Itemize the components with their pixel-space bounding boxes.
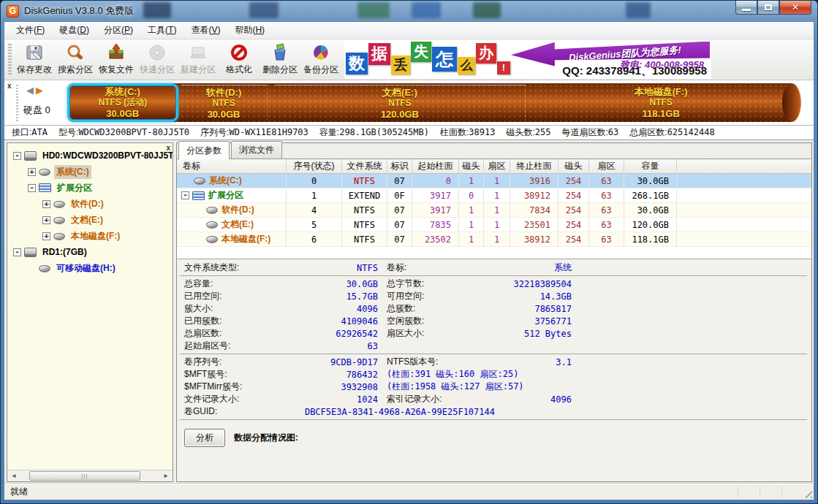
tab-partition-params[interactable]: 分区参数 xyxy=(178,141,230,159)
tree-item-label: 扩展分区 xyxy=(55,181,94,195)
detail-row: $MFT簇号:786432(柱面:391 磁头:160 扇区:25) xyxy=(177,368,572,381)
detail-label-2: 空闲簇数: xyxy=(387,315,496,327)
tree-expander-icon[interactable]: + xyxy=(28,168,36,176)
detail-value: 4109046 xyxy=(294,316,378,327)
disk-info-field: 每道扇区数:63 xyxy=(561,126,618,139)
volume-cell: 系统(C:) xyxy=(177,174,287,188)
partition-icon xyxy=(39,169,50,175)
minimize-button[interactable] xyxy=(735,1,757,15)
tree-item-hd0[interactable]: -HD0:WDCWD3200BPVT-80JJ5T0 xyxy=(7,148,173,164)
table-cell: 23502 xyxy=(412,232,459,246)
partition-block-1[interactable]: 系统(C:)NTFS (活动)30.0GB xyxy=(67,83,178,122)
disk-info-field: 型号:WDCWD3200BPVT-80JJ5T0 xyxy=(58,126,189,139)
detail-label-2: NTFS版本号: xyxy=(387,356,496,368)
delete-partition-label: 删除分区 xyxy=(262,64,298,76)
menu-bar: 文件(F)硬盘(D)分区(P)工具(T)查看(V)帮助(H) xyxy=(4,22,814,39)
detail-label: 总容量: xyxy=(184,278,294,290)
tree-expander-icon[interactable]: + xyxy=(42,200,50,208)
detail-row: 卷GUID:DBCF5E3A-8341-4968-A26A-99E25F1071… xyxy=(177,405,572,418)
column-header-filler xyxy=(677,159,811,173)
menu-item-view[interactable]: 查看(V) xyxy=(183,22,227,39)
tree-close-icon[interactable]: x xyxy=(166,144,170,152)
taskbar-blur-blob xyxy=(357,2,390,18)
next-disk-icon[interactable]: ▶ xyxy=(36,85,45,96)
tree-expander-icon[interactable]: + xyxy=(42,232,50,240)
partition-icon xyxy=(53,217,65,224)
menu-item-help[interactable]: 帮助(H) xyxy=(227,22,272,39)
tree-expander-icon[interactable]: - xyxy=(28,184,36,192)
partition-icon xyxy=(53,233,65,240)
menu-item-disk[interactable]: 硬盘(D) xyxy=(52,22,96,39)
row-expander-icon[interactable]: - xyxy=(181,191,189,199)
detail-row: $MFTMirr簇号:3932908(柱面:1958 磁头:127 扇区:57) xyxy=(177,381,572,393)
resize-grip[interactable] xyxy=(804,490,812,498)
tree-expander-icon[interactable]: - xyxy=(13,248,21,256)
table-cell: 254 xyxy=(558,232,589,246)
menu-item-partition[interactable]: 分区(P) xyxy=(96,22,140,39)
scrollbar-thumb[interactable] xyxy=(29,471,140,481)
search-partition-button[interactable]: 搜索分区 xyxy=(55,41,96,79)
table-cell: 3917 xyxy=(412,203,459,217)
column-header: 容量 xyxy=(624,159,677,173)
scroll-right-icon[interactable]: ► xyxy=(160,471,172,481)
ad-banner[interactable]: 数据丢失怎么办! DiskGenius团队为您服务! 致电: 400-008-9… xyxy=(344,41,711,79)
partition-block-4[interactable]: 本地磁盘(F:)NTFS118.1GB xyxy=(530,83,792,122)
table-row[interactable]: 文档(E:)5NTFS077835112350125463120.0GB xyxy=(177,218,811,232)
detail-label-2: (柱面:391 磁头:160 扇区:25) xyxy=(387,368,496,381)
menu-item-file[interactable]: 文件(F) xyxy=(9,22,52,39)
detail-label-2: 卷标: xyxy=(387,261,496,274)
backup-partition-button[interactable]: 备份分区 xyxy=(300,41,341,79)
detail-label: 文件系统类型: xyxy=(184,261,294,274)
detail-value: 3932908 xyxy=(294,382,378,392)
tree-item-rd1[interactable]: -RD1:(7GB) xyxy=(7,244,173,260)
table-row[interactable]: 本地磁盘(F:)6NTFS0723502113891225463118.1GB xyxy=(177,232,811,247)
analyze-button[interactable]: 分析 xyxy=(184,429,225,447)
partition-size: 30.0GB xyxy=(106,108,139,119)
recover-files-button[interactable]: 恢复文件 xyxy=(96,41,137,79)
format-button[interactable]: 格式化 xyxy=(219,41,260,79)
detail-label-2: 索引记录大小: xyxy=(387,393,496,405)
tree-item-extended[interactable]: -扩展分区 xyxy=(7,180,173,196)
taskbar-blur-blob xyxy=(626,2,651,18)
partition-block-2[interactable]: 软件(D:)NTFS30.0GB xyxy=(181,85,268,121)
table-cell: 0 xyxy=(412,174,459,188)
table-cell: 63 xyxy=(589,188,624,202)
partition-fs: NTFS (活动) xyxy=(98,97,147,108)
taskbar-blur-blob xyxy=(412,2,441,18)
detail-value: NTFS xyxy=(294,263,378,273)
scroll-left-icon[interactable]: ◄ xyxy=(8,471,20,481)
column-header: 序号(状态) xyxy=(287,159,342,173)
tree-expander-icon[interactable]: - xyxy=(13,152,21,160)
tab-browse-files[interactable]: 浏览文件 xyxy=(231,141,282,159)
detail-row: 卷序列号:9CDB-9D17NTFS版本号:3.1 xyxy=(177,356,572,368)
tree-item-software-d[interactable]: +软件(D:) xyxy=(7,196,173,212)
tree-item-label: 软件(D:) xyxy=(69,197,106,211)
toolbar-grip[interactable] xyxy=(8,44,12,76)
tree-expander-icon[interactable]: + xyxy=(42,216,50,224)
delete-partition-button[interactable]: 删除分区 xyxy=(260,41,300,79)
menu-item-tools[interactable]: 工具(T) xyxy=(140,22,183,39)
save-changes-button[interactable]: 保存更改 xyxy=(14,41,55,79)
workspace: x -HD0:WDCWD3200BPVT-80JJ5T0+系统(C:)-扩展分区… xyxy=(4,140,814,484)
volume-cell: 文档(E:) xyxy=(177,218,287,232)
tree-item-system-c[interactable]: +系统(C:) xyxy=(7,164,173,180)
detail-row: 簇大小:4096总簇数:7865817 xyxy=(177,302,572,315)
close-button[interactable]: ✕ xyxy=(779,1,811,15)
tree-item-removable-h[interactable]: 可移动磁盘(H:) xyxy=(7,260,173,276)
table-cell: 118.1GB xyxy=(624,232,677,246)
table-row[interactable]: -扩展分区1EXTEND0F3917013891225463268.1GB xyxy=(177,188,811,203)
prev-disk-icon[interactable]: ◀ xyxy=(26,85,36,96)
title-bar[interactable]: G DiskGenius V3.8.0 免费版 ✕ xyxy=(1,1,817,21)
volume-label: 软件(D:) xyxy=(221,204,254,216)
table-row[interactable]: 系统(C:)0NTFS0701139162546330.0GB xyxy=(177,174,811,188)
tree-item-docs-e[interactable]: +文档(E:) xyxy=(7,212,173,228)
table-row[interactable]: 软件(D:)4NTFS0739171178342546330.0GB xyxy=(177,203,811,218)
column-header: 磁头 xyxy=(459,159,484,173)
table-cell: 4 xyxy=(287,203,342,217)
trash-icon xyxy=(270,43,289,62)
tree-item-local-f[interactable]: +本地磁盘(F:) xyxy=(7,228,173,244)
horizontal-scrollbar[interactable]: ◄ ► xyxy=(7,470,173,481)
maximize-button[interactable] xyxy=(757,1,779,15)
partition-block-3[interactable]: 文档(E:)NTFS120.0GB xyxy=(275,85,526,121)
hdd-icon xyxy=(24,248,37,257)
